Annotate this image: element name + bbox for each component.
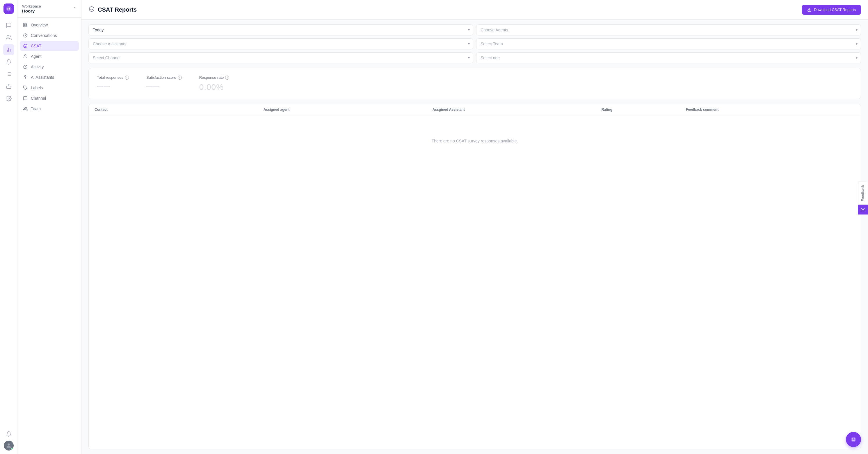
- nav-label-activity: Activity: [31, 65, 43, 69]
- col-feedback-comment: Feedback comment: [686, 107, 855, 111]
- col-assigned-agent: Assigned agent: [264, 107, 433, 111]
- icon-sidebar: [0, 0, 18, 454]
- nav-item-csat[interactable]: CSAT: [20, 41, 79, 51]
- satisfaction-score-stat: Satisfaction score i ——: [146, 75, 182, 92]
- overview-icon: [23, 22, 28, 28]
- nav-label-labels: Labels: [31, 86, 43, 90]
- col-assigned-assistant: Assgined Assistant: [433, 107, 601, 111]
- svg-point-26: [25, 77, 25, 77]
- ai-assistants-nav-icon: [23, 75, 28, 80]
- left-nav-panel: Workspace Hoory ⌃ Overview Conversations: [18, 0, 82, 454]
- csat-title-icon: [88, 6, 95, 14]
- svg-point-19: [7, 444, 9, 446]
- svg-point-0: [6, 6, 11, 11]
- nav-item-overview[interactable]: Overview: [20, 20, 79, 30]
- svg-point-1: [7, 7, 8, 9]
- nav-item-activity[interactable]: Activity: [20, 62, 79, 72]
- feedback-mail-icon[interactable]: [858, 205, 868, 215]
- assistants-select[interactable]: Choose Assistants: [88, 38, 473, 50]
- satisfaction-score-label: Satisfaction score i: [146, 75, 182, 79]
- nav-item-labels[interactable]: Labels: [20, 83, 79, 93]
- conversations-nav-icon: [23, 33, 28, 38]
- sidebar-conversations-icon[interactable]: [3, 20, 14, 31]
- sidebar-contacts-icon[interactable]: [3, 32, 14, 43]
- workspace-name: Hoory: [22, 8, 41, 13]
- nav-label-channel: Channel: [31, 96, 46, 101]
- total-responses-value: ——: [97, 83, 129, 90]
- nav-item-conversations[interactable]: Conversations: [20, 31, 79, 40]
- labels-nav-icon: [23, 85, 28, 90]
- nav-label-csat: CSAT: [31, 43, 41, 48]
- table-header: Contact Assigned agent Assgined Assistan…: [89, 104, 861, 116]
- satisfaction-score-value: ——: [146, 83, 182, 90]
- workspace-label: Workspace: [22, 4, 41, 8]
- sidebar-reports-icon[interactable]: [3, 44, 14, 55]
- total-responses-stat: Total responses i ——: [97, 75, 129, 92]
- sidebar-bell-icon[interactable]: [3, 428, 14, 440]
- feedback-button[interactable]: Feedback: [858, 182, 868, 205]
- main-content: CSAT Reports Download CSAT Reports Today…: [82, 0, 868, 454]
- page-title-wrap: CSAT Reports: [88, 6, 137, 14]
- table-empty-state: There are no CSAT survey responses avail…: [89, 116, 861, 166]
- svg-point-28: [24, 107, 25, 108]
- date-range-filter-wrap: Today: [88, 24, 473, 35]
- nav-item-channel[interactable]: Channel: [20, 93, 79, 103]
- nav-item-team[interactable]: Team: [20, 104, 79, 114]
- team-select[interactable]: Select Team: [476, 38, 861, 50]
- app-logo[interactable]: [3, 3, 14, 14]
- rating-select[interactable]: Select one: [476, 52, 861, 63]
- fab-button[interactable]: [846, 432, 861, 447]
- response-rate-stat: Response rate i 0.00%: [199, 75, 229, 92]
- satisfaction-score-info-icon[interactable]: i: [178, 75, 182, 79]
- page-header: CSAT Reports Download CSAT Reports: [82, 0, 868, 20]
- svg-point-2: [9, 7, 10, 9]
- col-rating: Rating: [601, 107, 686, 111]
- agents-select[interactable]: Choose Agents: [476, 24, 861, 35]
- agent-nav-icon: [23, 54, 28, 59]
- rating-filter-wrap: Select one: [476, 52, 861, 63]
- nav-label-conversations: Conversations: [31, 33, 57, 38]
- workspace-chevron-icon: ⌃: [73, 6, 76, 12]
- svg-point-3: [7, 35, 9, 37]
- csat-table: Contact Assigned agent Assgined Assistan…: [88, 104, 861, 449]
- channel-select[interactable]: Select Channel: [88, 52, 473, 63]
- svg-point-14: [8, 84, 9, 85]
- date-range-select[interactable]: Today: [88, 24, 473, 35]
- svg-rect-13: [6, 86, 11, 88]
- workspace-header[interactable]: Workspace Hoory ⌃: [18, 0, 81, 18]
- svg-point-34: [852, 438, 853, 440]
- svg-point-29: [89, 7, 94, 12]
- sidebar-notifications-icon[interactable]: [3, 56, 14, 67]
- nav-label-overview: Overview: [31, 23, 48, 27]
- stats-section: Total responses i —— Satisfaction score …: [88, 68, 861, 99]
- nav-label-team: Team: [31, 106, 41, 111]
- sidebar-settings-icon[interactable]: [3, 93, 14, 104]
- team-filter-wrap: Select Team: [476, 38, 861, 50]
- empty-message: There are no CSAT survey responses avail…: [432, 139, 518, 143]
- nav-item-agent[interactable]: Agent: [20, 52, 79, 61]
- svg-point-33: [851, 437, 856, 442]
- channel-nav-icon: [23, 96, 28, 101]
- svg-point-24: [25, 55, 26, 56]
- sidebar-robot-icon[interactable]: [3, 81, 14, 92]
- svg-point-35: [854, 438, 855, 440]
- nav-label-ai-assistants: AI Assistants: [31, 75, 54, 79]
- csat-nav-icon: [23, 43, 28, 48]
- response-rate-info-icon[interactable]: i: [225, 75, 229, 79]
- nav-label-agent: Agent: [31, 54, 41, 59]
- nav-item-ai-assistants[interactable]: AI Assistants: [20, 72, 79, 82]
- svg-point-21: [24, 44, 27, 48]
- sidebar-lists-icon[interactable]: [3, 69, 14, 79]
- response-rate-label: Response rate i: [199, 75, 229, 79]
- total-responses-label: Total responses i: [97, 75, 129, 79]
- agents-filter-wrap: Choose Agents: [476, 24, 861, 35]
- total-responses-info-icon[interactable]: i: [125, 75, 129, 79]
- col-contact: Contact: [95, 107, 264, 111]
- nav-menu: Overview Conversations CSAT: [18, 18, 81, 116]
- channel-filter-wrap: Select Channel: [88, 52, 473, 63]
- user-avatar[interactable]: [4, 441, 14, 451]
- download-csat-button[interactable]: Download CSAT Reports: [802, 5, 861, 15]
- download-button-label: Download CSAT Reports: [814, 7, 856, 12]
- online-indicator: [11, 448, 13, 450]
- svg-point-18: [8, 98, 9, 99]
